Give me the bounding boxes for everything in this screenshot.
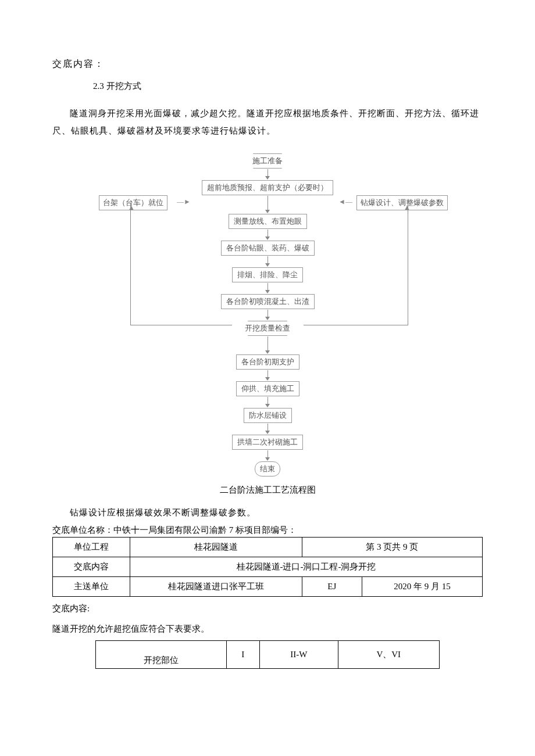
cell: 桂花园隧道 [130, 538, 302, 557]
arrow-up-icon: ▲ [404, 203, 411, 212]
cell: 主送单位 [53, 577, 130, 597]
section-title: 交底内容： [52, 58, 483, 70]
arrow-down-icon [134, 169, 401, 180]
table-row: 单位工程 桂花园隧道 第 3 页共 9 页 [53, 538, 483, 557]
flow-loopline-right-v [408, 203, 408, 325]
cell: 2020 年 9 月 15 [362, 577, 483, 597]
info-table: 单位工程 桂花园隧道 第 3 页共 9 页 交底内容 桂花园隧道-进口-洞口工程… [52, 537, 483, 597]
unit-line: 交底单位名称：中铁十一局集团有限公司渝黔 7 标项目部编号： [52, 525, 483, 536]
flow-node-end: 结束 [255, 461, 280, 476]
flow-node-11: 拱墙二次衬砌施工 [232, 435, 303, 450]
arrow-down-icon [134, 283, 401, 293]
cell: V、VI [338, 641, 439, 669]
arrow-left-icon: ◄— [338, 198, 352, 206]
cell: 开挖部位 [96, 641, 227, 669]
flow-node-3: 测量放线、布置炮眼 [229, 214, 307, 229]
flow-node-9: 仰拱、填充施工 [236, 381, 299, 396]
arrow-down-icon [134, 370, 401, 381]
table-row: 交底内容 桂花园隧道-进口-洞口工程-洞身开挖 [53, 557, 483, 577]
flow-node-start: 施工准备 [247, 153, 288, 169]
arrow-down-icon [134, 397, 401, 407]
cell: 单位工程 [53, 538, 130, 557]
flow-node-4: 各台阶钻眼、装药、爆破 [221, 241, 315, 256]
arrow-down-icon [134, 230, 401, 240]
paragraph-2: 钻爆设计应根据爆破效果不断调整爆破参数。 [52, 504, 483, 521]
arrow-down-icon [134, 450, 401, 461]
allow-table: 开挖部位 I II-W V、VI [95, 640, 440, 669]
diagram-caption: 二台阶法施工工艺流程图 [52, 485, 483, 496]
arrow-up-icon: ▲ [128, 203, 135, 212]
after-title: 交底内容: [52, 600, 483, 617]
flowchart: 台架（台车）就位 —► 钻爆设计、调整爆破参数 ◄— ▲ ▲ 施工准备 超前地质… [134, 153, 401, 476]
arrow-down-icon [134, 424, 401, 434]
flow-node-2: 超前地质预报、超前支护（必要时） [202, 180, 333, 195]
flow-node-6: 各台阶初喷混凝土、出渣 [221, 294, 315, 309]
subsection-title: 2.3 开挖方式 [93, 81, 483, 92]
table-row: 开挖部位 I II-W V、VI [96, 641, 440, 669]
after-text: 隧道开挖的允许超挖值应符合下表要求。 [52, 621, 483, 637]
arrow-down-icon [134, 256, 401, 267]
flow-loopline-left-v [130, 203, 131, 325]
cell: 第 3 页共 9 页 [302, 538, 482, 557]
cell: 桂花园隧道-进口-洞口工程-洞身开挖 [130, 557, 483, 577]
arrow-down-icon [134, 336, 401, 354]
flow-node-decision: 开挖质量检查 [240, 321, 295, 336]
arrow-down-icon [134, 310, 401, 320]
cell: II-W [260, 641, 338, 669]
cell: 交底内容 [53, 557, 130, 577]
flow-node-8: 各台阶初期支护 [236, 354, 299, 370]
table-row: 主送单位 桂花园隧道进口张平工班 EJ 2020 年 9 月 15 [53, 577, 483, 597]
cell: 桂花园隧道进口张平工班 [130, 577, 302, 597]
arrow-right-icon: —► [177, 198, 191, 206]
flow-node-10: 防水层铺设 [244, 408, 292, 423]
flow-node-right: 钻爆设计、调整爆破参数 [356, 195, 448, 210]
paragraph-main: 隧道洞身开挖采用光面爆破，减少超欠挖。隧道开挖应根据地质条件、开挖断面、开挖方法… [52, 105, 483, 139]
cell: I [226, 641, 259, 669]
cell: EJ [302, 577, 362, 597]
flow-node-5: 排烟、排险、降尘 [232, 267, 303, 282]
